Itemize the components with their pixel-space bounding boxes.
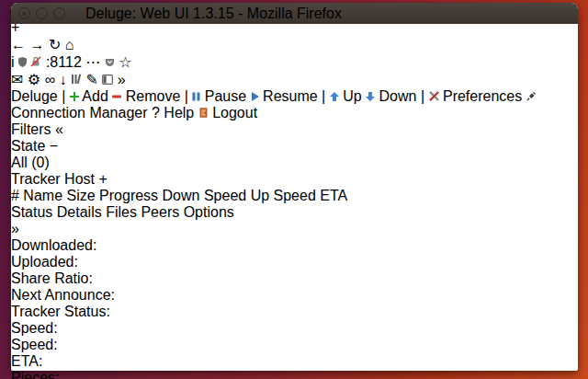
bookmark-star-icon[interactable]: ☆ bbox=[119, 54, 131, 70]
help-label: Help bbox=[164, 105, 194, 121]
down-speed-label: Speed: bbox=[11, 320, 578, 337]
window-minimize-button[interactable] bbox=[36, 7, 48, 19]
resume-label: Resume bbox=[263, 88, 318, 104]
state-section-header[interactable]: State − bbox=[11, 138, 578, 155]
deluge-toolbar: Deluge | Add Remove | Pause bbox=[11, 88, 578, 121]
downloads-icon[interactable]: ↓ bbox=[60, 72, 67, 87]
status-column-2: Speed: Speed: ETA: Pieces: bbox=[11, 320, 578, 379]
queue-down-button[interactable]: Down bbox=[366, 88, 421, 104]
tab-peers[interactable]: Peers bbox=[141, 204, 179, 220]
collapse-chevron-icon: » bbox=[11, 221, 19, 236]
navigation-toolbar: ← → ↻ ⌂ i :8112 ⋯ ☆ ✉ ⚙ ∞ ↓ ✎ bbox=[11, 36, 578, 88]
filters-panel: Filters « State − All (0) Tracker H bbox=[11, 121, 578, 188]
deluge-web-ui: Deluge | Add Remove | Pause bbox=[11, 88, 578, 379]
url-port-text: :8112 bbox=[46, 54, 82, 70]
deluge-brand-label: Deluge bbox=[11, 88, 58, 104]
window-maximize-button[interactable] bbox=[53, 7, 65, 19]
filters-collapse-button[interactable]: « bbox=[55, 121, 63, 137]
column-header-eta[interactable]: ETA bbox=[320, 188, 347, 203]
column-header-name[interactable]: Name bbox=[23, 188, 62, 203]
downloaded-label: Downloaded: bbox=[11, 237, 578, 254]
resume-button[interactable]: Resume bbox=[251, 88, 322, 104]
column-header-down-speed[interactable]: Down Speed bbox=[163, 188, 247, 203]
toolbar-right-group: ? Help Logout bbox=[152, 105, 257, 121]
overflow-chevron-icon[interactable]: » bbox=[118, 72, 126, 87]
filter-item-all[interactable]: All (0) bbox=[11, 155, 578, 171]
reload-button[interactable]: ↻ bbox=[49, 37, 61, 52]
pause-icon bbox=[192, 92, 200, 101]
remove-torrent-button[interactable]: Remove bbox=[112, 88, 184, 104]
down-arrow-icon bbox=[366, 92, 375, 101]
url-bar[interactable]: i :8112 ⋯ ☆ bbox=[11, 53, 578, 71]
remove-minus-icon bbox=[112, 92, 121, 101]
filter-all-label: All (0) bbox=[11, 155, 50, 170]
remove-label: Remove bbox=[126, 88, 181, 104]
firefox-window: × Deluge: Web UI 1.3.15 - Mozilla Firefo… bbox=[11, 3, 578, 371]
connection-plug-icon bbox=[526, 91, 537, 101]
window-close-button[interactable]: × bbox=[18, 7, 30, 19]
page-actions-icon[interactable]: ⋯ bbox=[85, 54, 100, 70]
pocket-icon[interactable] bbox=[105, 58, 115, 67]
next-announce-label: Next Announce: bbox=[11, 287, 578, 304]
library-icon[interactable] bbox=[71, 74, 82, 85]
window-titlebar[interactable]: × Deluge: Web UI 1.3.15 - Mozilla Firefo… bbox=[11, 3, 578, 24]
torrent-grid: # Name Size Progress Down Speed Up Speed… bbox=[11, 188, 578, 204]
state-collapse-button[interactable]: − bbox=[50, 138, 58, 154]
sidebar-toggle-icon[interactable] bbox=[102, 75, 113, 85]
help-icon: ? bbox=[152, 105, 160, 121]
deluge-brand: Deluge bbox=[11, 88, 62, 104]
preferences-label: Preferences bbox=[443, 88, 522, 104]
column-header-number[interactable]: # bbox=[11, 188, 19, 203]
tracker-status-label: Tracker Status: bbox=[11, 304, 578, 320]
status-column-1: Downloaded: Uploaded: Share Ratio: Next … bbox=[11, 237, 578, 320]
add-label: Add bbox=[82, 88, 107, 104]
containers-icon[interactable]: ∞ bbox=[45, 72, 55, 87]
tracker-host-label: Tracker Host bbox=[11, 171, 95, 187]
pause-label: Pause bbox=[205, 88, 246, 104]
tab-options[interactable]: Options bbox=[184, 204, 234, 220]
filters-title: Filters bbox=[11, 121, 51, 137]
mail-icon[interactable]: ✉ bbox=[11, 72, 23, 87]
column-header-up-speed[interactable]: Up Speed bbox=[251, 188, 316, 203]
preferences-button[interactable]: Preferences bbox=[429, 88, 526, 104]
torrent-grid-header: # Name Size Progress Down Speed Up Speed… bbox=[11, 188, 578, 204]
tab-files[interactable]: Files bbox=[106, 204, 137, 220]
tracking-shield-icon[interactable] bbox=[18, 57, 27, 67]
logout-button[interactable]: Logout bbox=[198, 105, 257, 121]
logout-label: Logout bbox=[212, 105, 257, 121]
add-torrent-button[interactable]: Add bbox=[70, 88, 112, 104]
notes-pen-icon[interactable]: ✎ bbox=[85, 72, 97, 87]
settings-gear-icon[interactable]: ⚙ bbox=[28, 72, 40, 87]
state-section-label: State bbox=[11, 138, 45, 154]
up-speed-label: Speed: bbox=[11, 337, 578, 353]
connection-manager-label: Connection Manager bbox=[11, 105, 148, 121]
down-label: Down bbox=[379, 88, 417, 104]
pause-button[interactable]: Pause bbox=[192, 88, 250, 104]
uploaded-label: Uploaded: bbox=[11, 254, 578, 270]
tab-status[interactable]: Status bbox=[11, 204, 52, 220]
column-header-progress[interactable]: Progress bbox=[99, 188, 158, 203]
toolbar-divider: | bbox=[322, 88, 325, 104]
home-button[interactable]: ⌂ bbox=[65, 37, 74, 52]
details-tab-strip: Status Details Files Peers Options bbox=[11, 204, 578, 221]
details-collapse-button[interactable]: » bbox=[11, 221, 19, 236]
insecure-lock-icon[interactable] bbox=[30, 56, 41, 67]
pieces-label: Pieces: bbox=[11, 370, 578, 379]
toolbar-divider: | bbox=[421, 88, 424, 104]
resume-play-icon bbox=[251, 92, 259, 101]
tracker-host-expand-button[interactable]: + bbox=[98, 171, 107, 187]
tab-details[interactable]: Details bbox=[57, 204, 102, 220]
forward-button[interactable]: → bbox=[29, 37, 44, 52]
back-button[interactable]: ← bbox=[11, 37, 26, 52]
download-arrow-icon: ↓ bbox=[60, 72, 67, 87]
help-button[interactable]: ? Help bbox=[152, 105, 198, 121]
site-info-icon[interactable]: i bbox=[11, 54, 15, 70]
add-plus-icon bbox=[70, 92, 79, 101]
column-header-size[interactable]: Size bbox=[67, 188, 96, 203]
toolbar-divider: | bbox=[185, 88, 188, 104]
window-title: Deluge: Web UI 1.3.15 - Mozilla Firefox bbox=[85, 6, 342, 22]
queue-up-button[interactable]: Up bbox=[330, 88, 366, 104]
torrent-details-panel: Status Details Files Peers Options » Dow… bbox=[11, 204, 578, 379]
toolbar-divider: | bbox=[62, 88, 65, 104]
tracker-host-section-header[interactable]: Tracker Host + bbox=[11, 171, 578, 188]
